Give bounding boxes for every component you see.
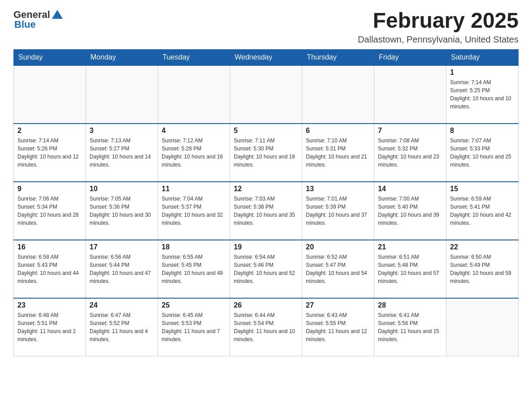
day-number: 28 [378,301,442,309]
calendar-cell: 14Sunrise: 7:00 AM Sunset: 5:40 PM Dayli… [374,182,446,240]
day-info: Sunrise: 7:12 AM Sunset: 5:28 PM Dayligh… [162,137,226,169]
day-info: Sunrise: 6:56 AM Sunset: 5:44 PM Dayligh… [90,253,154,285]
day-info: Sunrise: 7:14 AM Sunset: 5:25 PM Dayligh… [450,78,515,111]
weekday-header-wednesday: Wednesday [230,49,302,65]
day-info: Sunrise: 7:14 AM Sunset: 5:26 PM Dayligh… [17,137,82,169]
day-info: Sunrise: 6:50 AM Sunset: 5:49 PM Dayligh… [450,253,515,285]
calendar-cell [158,65,230,124]
logo-blue-text: Blue [14,19,36,30]
calendar-cell: 26Sunrise: 6:44 AM Sunset: 5:54 PM Dayli… [230,298,302,356]
calendar-cell: 27Sunrise: 6:43 AM Sunset: 5:55 PM Dayli… [302,298,374,356]
calendar-cell: 2Sunrise: 7:14 AM Sunset: 5:26 PM Daylig… [14,124,86,182]
day-number: 22 [450,243,515,251]
day-number: 7 [378,127,442,135]
calendar-cell: 25Sunrise: 6:45 AM Sunset: 5:53 PM Dayli… [158,298,230,356]
day-number: 19 [234,243,298,251]
calendar-cell [446,298,519,356]
calendar-cell: 4Sunrise: 7:12 AM Sunset: 5:28 PM Daylig… [158,124,230,182]
calendar-cell [14,65,86,124]
calendar-cell: 18Sunrise: 6:55 AM Sunset: 5:45 PM Dayli… [158,240,230,298]
day-number: 6 [306,127,370,135]
day-info: Sunrise: 6:43 AM Sunset: 5:55 PM Dayligh… [306,311,370,343]
day-info: Sunrise: 6:45 AM Sunset: 5:53 PM Dayligh… [162,311,226,343]
day-info: Sunrise: 6:52 AM Sunset: 5:47 PM Dayligh… [306,253,370,285]
calendar-cell: 13Sunrise: 7:01 AM Sunset: 5:39 PM Dayli… [302,182,374,240]
calendar-cell: 3Sunrise: 7:13 AM Sunset: 5:27 PM Daylig… [86,124,158,182]
calendar-cell [86,65,158,124]
day-info: Sunrise: 7:05 AM Sunset: 5:36 PM Dayligh… [90,195,154,227]
calendar-week-2: 2Sunrise: 7:14 AM Sunset: 5:26 PM Daylig… [14,124,519,182]
weekday-header-thursday: Thursday [302,49,374,65]
day-number: 25 [162,301,226,309]
calendar-week-3: 9Sunrise: 7:06 AM Sunset: 5:34 PM Daylig… [14,182,519,240]
weekday-header-sunday: Sunday [14,49,86,65]
day-info: Sunrise: 7:04 AM Sunset: 5:37 PM Dayligh… [162,195,226,227]
month-title: February 2025 [358,9,519,33]
day-number: 26 [234,301,298,309]
day-number: 4 [162,127,226,135]
calendar-cell: 10Sunrise: 7:05 AM Sunset: 5:36 PM Dayli… [86,182,158,240]
day-number: 2 [17,127,82,135]
calendar-cell: 15Sunrise: 6:59 AM Sunset: 5:41 PM Dayli… [446,182,519,240]
calendar-cell: 7Sunrise: 7:08 AM Sunset: 5:32 PM Daylig… [374,124,446,182]
day-number: 27 [306,301,370,309]
day-info: Sunrise: 6:44 AM Sunset: 5:54 PM Dayligh… [234,311,298,343]
day-number: 20 [306,243,370,251]
day-info: Sunrise: 7:08 AM Sunset: 5:32 PM Dayligh… [378,137,442,169]
calendar-cell: 8Sunrise: 7:07 AM Sunset: 5:33 PM Daylig… [446,124,519,182]
calendar-cell: 23Sunrise: 6:48 AM Sunset: 5:51 PM Dayli… [14,298,86,356]
calendar-cell: 20Sunrise: 6:52 AM Sunset: 5:47 PM Dayli… [302,240,374,298]
day-number: 18 [162,243,226,251]
day-info: Sunrise: 6:55 AM Sunset: 5:45 PM Dayligh… [162,253,226,285]
day-info: Sunrise: 6:41 AM Sunset: 5:56 PM Dayligh… [378,311,442,343]
calendar-cell [374,65,446,124]
calendar-cell [230,65,302,124]
day-number: 16 [17,243,82,251]
location-title: Dallastown, Pennsylvania, United States [358,34,519,45]
day-info: Sunrise: 6:51 AM Sunset: 5:48 PM Dayligh… [378,253,442,285]
day-info: Sunrise: 6:47 AM Sunset: 5:52 PM Dayligh… [90,311,154,343]
calendar-cell: 9Sunrise: 7:06 AM Sunset: 5:34 PM Daylig… [14,182,86,240]
calendar-cell: 22Sunrise: 6:50 AM Sunset: 5:49 PM Dayli… [446,240,519,298]
day-info: Sunrise: 7:07 AM Sunset: 5:33 PM Dayligh… [450,137,515,169]
day-number: 8 [450,127,515,135]
day-info: Sunrise: 7:10 AM Sunset: 5:31 PM Dayligh… [306,137,370,169]
weekday-header-friday: Friday [374,49,446,65]
calendar-week-4: 16Sunrise: 6:58 AM Sunset: 5:43 PM Dayli… [14,240,519,298]
day-number: 23 [17,301,82,309]
calendar-cell: 5Sunrise: 7:11 AM Sunset: 5:30 PM Daylig… [230,124,302,182]
day-info: Sunrise: 7:01 AM Sunset: 5:39 PM Dayligh… [306,195,370,227]
calendar-week-1: 1Sunrise: 7:14 AM Sunset: 5:25 PM Daylig… [14,65,519,124]
calendar-week-5: 23Sunrise: 6:48 AM Sunset: 5:51 PM Dayli… [14,298,519,356]
weekday-header-monday: Monday [86,49,158,65]
weekday-header-row: SundayMondayTuesdayWednesdayThursdayFrid… [14,49,519,65]
day-number: 12 [234,185,298,193]
calendar-cell: 24Sunrise: 6:47 AM Sunset: 5:52 PM Dayli… [86,298,158,356]
day-number: 13 [306,185,370,193]
day-number: 21 [378,243,442,251]
day-info: Sunrise: 6:59 AM Sunset: 5:41 PM Dayligh… [450,195,515,227]
day-info: Sunrise: 6:54 AM Sunset: 5:46 PM Dayligh… [234,253,298,285]
day-number: 24 [90,301,154,309]
logo-triangle-icon [52,10,63,19]
calendar-cell: 17Sunrise: 6:56 AM Sunset: 5:44 PM Dayli… [86,240,158,298]
day-number: 1 [450,68,515,77]
day-number: 10 [90,185,154,193]
day-number: 5 [234,127,298,135]
weekday-header-tuesday: Tuesday [158,49,230,65]
day-number: 11 [162,185,226,193]
day-info: Sunrise: 7:13 AM Sunset: 5:27 PM Dayligh… [90,137,154,169]
day-info: Sunrise: 6:58 AM Sunset: 5:43 PM Dayligh… [17,253,82,285]
day-info: Sunrise: 7:03 AM Sunset: 5:38 PM Dayligh… [234,195,298,227]
day-info: Sunrise: 7:00 AM Sunset: 5:40 PM Dayligh… [378,195,442,227]
day-number: 17 [90,243,154,251]
day-number: 3 [90,127,154,135]
page-header: General Blue February 2025 Dallastown, P… [13,9,519,45]
day-info: Sunrise: 7:11 AM Sunset: 5:30 PM Dayligh… [234,137,298,169]
calendar-cell: 21Sunrise: 6:51 AM Sunset: 5:48 PM Dayli… [374,240,446,298]
title-area: February 2025 Dallastown, Pennsylvania, … [358,9,519,45]
calendar-cell [302,65,374,124]
day-number: 9 [17,185,82,193]
weekday-header-saturday: Saturday [446,49,519,65]
logo: General Blue [13,9,63,30]
